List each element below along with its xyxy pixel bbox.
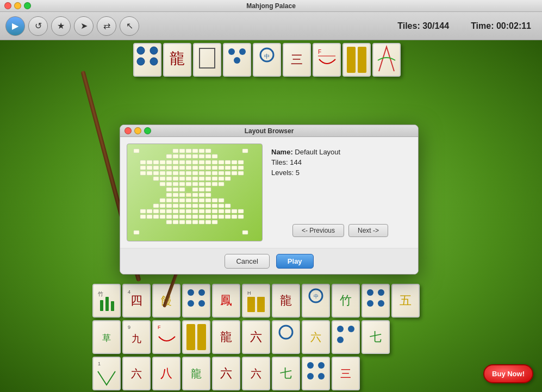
svg-rect-150	[166, 188, 172, 191]
svg-rect-185	[140, 209, 146, 213]
layout-preview-svg	[129, 146, 260, 239]
svg-rect-96	[140, 166, 146, 170]
svg-rect-120	[192, 171, 198, 175]
svg-rect-181	[205, 204, 211, 208]
svg-rect-143	[179, 182, 185, 186]
next-button[interactable]: Next ->	[348, 224, 388, 237]
svg-rect-104	[192, 166, 198, 170]
svg-rect-81	[147, 160, 152, 164]
svg-rect-213	[219, 215, 224, 219]
svg-rect-111	[238, 166, 244, 170]
svg-rect-165	[173, 198, 178, 202]
svg-rect-121	[199, 171, 204, 175]
layout-levels-value: 5	[296, 169, 300, 177]
window-controls	[4, 2, 31, 9]
svg-rect-109	[225, 166, 230, 170]
svg-rect-155	[205, 188, 211, 191]
svg-rect-224	[212, 220, 217, 224]
svg-rect-89	[199, 160, 204, 164]
svg-rect-166	[179, 198, 185, 202]
svg-rect-177	[179, 204, 185, 208]
svg-rect-131	[173, 177, 178, 181]
maximize-button[interactable]	[24, 2, 31, 9]
svg-rect-161	[205, 193, 211, 197]
svg-rect-70	[199, 149, 204, 153]
cursor-button[interactable]: ↖	[120, 16, 139, 36]
svg-rect-182	[212, 204, 217, 208]
title-bar: Mahjong Palace	[0, 0, 542, 12]
svg-rect-72	[166, 154, 172, 158]
svg-rect-175	[166, 204, 172, 208]
svg-rect-124	[219, 171, 224, 175]
svg-rect-226	[242, 149, 248, 153]
svg-rect-107	[212, 166, 217, 170]
svg-rect-84	[166, 160, 172, 164]
svg-rect-114	[153, 171, 159, 175]
svg-rect-200	[238, 209, 244, 213]
svg-rect-186	[147, 209, 152, 213]
svg-rect-217	[166, 220, 172, 224]
play-button-dialog[interactable]: Play	[276, 254, 314, 269]
toolbar-buttons: ▶ ↺ ★ ➤ ⇄ ↖	[5, 16, 139, 36]
window-title: Mahjong Palace	[246, 2, 296, 10]
svg-rect-88	[192, 160, 198, 164]
play-button[interactable]: ▶	[5, 16, 25, 36]
svg-rect-144	[186, 182, 191, 186]
svg-rect-205	[166, 215, 172, 219]
svg-rect-196	[212, 209, 217, 213]
svg-rect-171	[212, 198, 217, 202]
svg-rect-219	[179, 220, 185, 224]
layout-name-value: Default Layout	[295, 148, 340, 156]
svg-rect-207	[179, 215, 185, 219]
svg-rect-159	[192, 193, 198, 197]
previous-button[interactable]: <- Previous	[292, 224, 344, 237]
dialog-max-button[interactable]	[144, 127, 151, 134]
svg-rect-199	[232, 209, 237, 213]
svg-rect-115	[160, 171, 165, 175]
svg-rect-156	[166, 193, 172, 197]
svg-rect-183	[219, 204, 224, 208]
svg-rect-146	[199, 182, 204, 186]
svg-rect-82	[153, 160, 159, 164]
layout-tiles-value: 144	[290, 158, 302, 166]
game-background: 龍 中 三 F	[0, 40, 542, 392]
info-spacer	[271, 179, 409, 220]
dialog-min-button[interactable]	[134, 127, 141, 134]
svg-rect-95	[238, 160, 244, 164]
svg-rect-90	[205, 160, 211, 164]
minimize-button[interactable]	[14, 2, 21, 9]
close-button[interactable]	[4, 2, 11, 9]
svg-rect-68	[186, 149, 191, 153]
dialog-title: Layout Browser	[245, 127, 294, 135]
svg-rect-193	[192, 209, 198, 213]
cancel-button[interactable]: Cancel	[225, 254, 269, 269]
undo-button[interactable]: ↺	[28, 16, 48, 36]
svg-rect-170	[205, 198, 211, 202]
svg-rect-158	[179, 193, 185, 197]
svg-rect-194	[199, 209, 204, 213]
bookmark-button[interactable]: ★	[51, 16, 71, 36]
svg-rect-122	[205, 171, 211, 175]
svg-rect-197	[219, 209, 224, 213]
svg-rect-164	[166, 198, 172, 202]
svg-rect-153	[192, 188, 198, 191]
svg-rect-225	[134, 231, 139, 234]
svg-rect-151	[173, 188, 178, 191]
svg-rect-173	[153, 204, 159, 208]
svg-rect-110	[232, 166, 237, 170]
layout-levels-line: Levels: 5	[271, 169, 409, 177]
svg-rect-135	[199, 177, 204, 181]
svg-rect-78	[205, 154, 211, 158]
svg-rect-216	[238, 215, 244, 219]
svg-rect-189	[166, 209, 172, 213]
svg-rect-227	[134, 149, 139, 153]
dialog-footer: Cancel Play	[120, 248, 418, 274]
dialog-close-button[interactable]	[124, 127, 132, 134]
layout-tiles-label: Tiles:	[271, 158, 290, 166]
svg-rect-198	[225, 209, 230, 213]
hint-button[interactable]: ➤	[74, 16, 94, 36]
shuffle-button[interactable]: ⇄	[97, 16, 116, 36]
game-time: Time: 00:02:11	[471, 21, 531, 31]
svg-rect-149	[219, 182, 224, 186]
svg-rect-208	[186, 215, 191, 219]
